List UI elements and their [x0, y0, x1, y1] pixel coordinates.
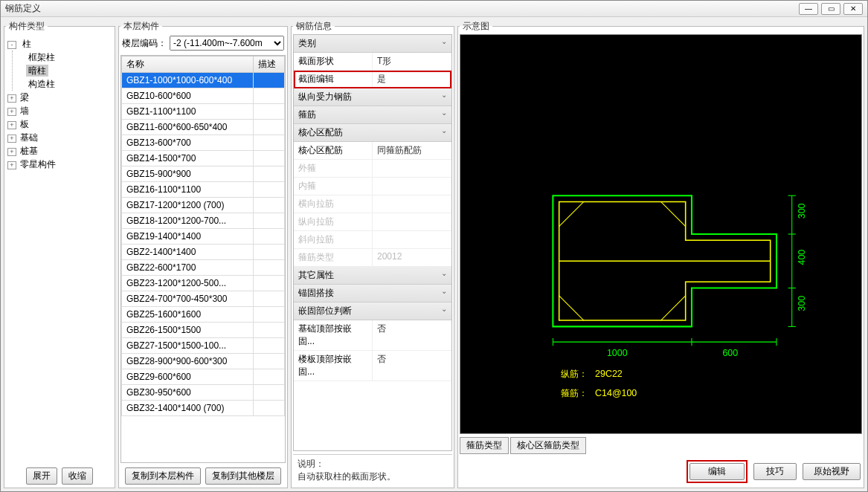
table-row[interactable]: GBZ28-900*900-600*300: [122, 354, 285, 369]
tree-node-hidden-column[interactable]: 暗柱: [26, 65, 48, 77]
floor-code-select[interactable]: -2 (-11.400m~-7.600m: [170, 36, 284, 51]
prop-base-top[interactable]: 基础顶部按嵌固...否: [294, 320, 451, 351]
prop-slab-top[interactable]: 楼板顶部按嵌固...否: [294, 351, 451, 381]
tree-toggle-icon[interactable]: +: [7, 161, 16, 169]
table-row[interactable]: GBZ22-600*1700: [122, 260, 285, 276]
prop-group-stirrup[interactable]: 箍筋⌄: [294, 106, 451, 124]
table-row[interactable]: GBZ27-1500*1500-100...: [122, 338, 285, 354]
prop-group-core[interactable]: 核心区配筋⌄: [294, 124, 451, 142]
table-row[interactable]: GBZ13-600*700: [122, 135, 285, 151]
tree-toggle-icon[interactable]: +: [7, 121, 16, 129]
chevron-down-icon: ⌄: [441, 305, 447, 317]
svg-text:300: 300: [797, 203, 807, 219]
tree-toggle-icon[interactable]: +: [7, 94, 16, 103]
edit-button[interactable]: 编辑: [689, 463, 745, 480]
col-desc[interactable]: 描述: [253, 56, 284, 73]
table-row[interactable]: GBZ32-1400*1400 (700): [122, 401, 285, 416]
prop-group-other[interactable]: 其它属性⌄: [294, 267, 451, 285]
prop-inner-stirrup: 内箍: [294, 178, 451, 195]
title-bar: 钢筋定义 — ▭ ✕: [1, 1, 867, 17]
component-tree: - 柱 框架柱 暗柱 构造柱 +梁 +墙 +板 +基础 +桩基 +零星构件: [6, 34, 113, 463]
diagram-legend: 示意图: [460, 20, 492, 33]
table-row[interactable]: GBZ25-1600*1600: [122, 307, 285, 323]
svg-text:400: 400: [797, 250, 807, 265]
table-row[interactable]: GBZ24-700*700-450*300: [122, 291, 285, 307]
table-row[interactable]: GBZ15-900*900: [122, 166, 285, 182]
edit-highlight: 编辑: [687, 460, 748, 483]
tree-node-pile[interactable]: 桩基: [18, 145, 40, 157]
window-title: 钢筋定义: [5, 2, 41, 15]
rebar-info-panel: 钢筋信息 类别⌄ 截面形状T形 截面编辑是 纵向受力钢筋⌄ 箍筋⌄ 核心区配筋⌄…: [291, 20, 454, 488]
tree-node-misc[interactable]: 零星构件: [18, 158, 58, 170]
prop-core-reinforce[interactable]: 核心区配筋同箍筋配筋: [294, 142, 451, 160]
table-row[interactable]: GBZ1-1000*1000-600*400: [122, 73, 285, 88]
prop-group-embed[interactable]: 嵌固部位判断⌄: [294, 302, 451, 320]
table-row[interactable]: GBZ23-1200*1200-500...: [122, 276, 285, 291]
component-type-panel: 构件类型 - 柱 框架柱 暗柱 构造柱 +梁 +墙 +板 +: [4, 20, 115, 488]
tab-core-stirrup-type[interactable]: 核心区箍筋类型: [510, 437, 586, 454]
diagram-tabs: 箍筋类型 核心区箍筋类型: [460, 437, 862, 454]
diagram-panel: 示意图: [457, 20, 864, 488]
prop-group-category[interactable]: 类别⌄: [294, 35, 451, 53]
svg-text:纵筋：29C22: 纵筋：29C22: [561, 369, 623, 379]
section-diagram[interactable]: 300 400 300 1000 600 纵筋：29C22 箍筋：C14@100: [460, 34, 862, 434]
tree-toggle-icon[interactable]: +: [7, 108, 16, 116]
floor-code-label: 楼层编码：: [122, 37, 167, 50]
svg-text:300: 300: [797, 296, 807, 311]
tab-stirrup-type[interactable]: 箍筋类型: [460, 437, 509, 454]
prop-section-shape[interactable]: 截面形状T形: [294, 53, 451, 71]
component-table: 名称 描述 GBZ1-1000*1000-600*400GBZ10-600*60…: [121, 56, 285, 416]
tree-node-column[interactable]: 柱: [20, 38, 33, 50]
svg-line-4: [661, 296, 686, 320]
table-row[interactable]: GBZ18-1200*1200-700...: [122, 213, 285, 229]
tree-node-foundation[interactable]: 基础: [18, 132, 40, 143]
prop-diag-tie: 斜向拉筋: [294, 231, 451, 249]
copy-to-other-button[interactable]: 复制到其他楼层: [205, 467, 281, 485]
close-button[interactable]: ✕: [843, 3, 863, 15]
collapse-button[interactable]: 收缩: [62, 467, 93, 485]
table-row[interactable]: GBZ10-600*600: [122, 88, 285, 104]
col-name[interactable]: 名称: [122, 56, 254, 73]
svg-text:箍筋：C14@100: 箍筋：C14@100: [561, 388, 637, 398]
original-view-button[interactable]: 原始视野: [803, 463, 861, 480]
minimize-button[interactable]: —: [799, 3, 818, 15]
prop-group-anchor[interactable]: 锚固搭接⌄: [294, 285, 451, 302]
table-row[interactable]: GBZ1-1100*1100: [122, 104, 285, 120]
tree-node-constructional-column[interactable]: 构造柱: [26, 78, 57, 90]
table-row[interactable]: GBZ14-1500*700: [122, 151, 285, 166]
table-row[interactable]: GBZ30-950*600: [122, 385, 285, 401]
prop-section-edit[interactable]: 截面编辑是: [294, 71, 451, 88]
prop-outer-stirrup: 外箍: [294, 160, 451, 178]
tips-button[interactable]: 技巧: [753, 463, 797, 480]
table-row[interactable]: GBZ2-1400*1400: [122, 245, 285, 260]
svg-text:1000: 1000: [607, 348, 628, 358]
description-panel: 说明： 自动获取柱的截面形状。: [293, 454, 452, 486]
tree-node-wall[interactable]: 墙: [18, 105, 31, 117]
table-row[interactable]: GBZ11-600*600-650*400: [122, 120, 285, 135]
chevron-down-icon: ⌄: [441, 109, 447, 121]
table-row[interactable]: GBZ26-1500*1500: [122, 323, 285, 338]
component-type-legend: 构件类型: [6, 20, 48, 33]
layer-component-panel: 本层构件 楼层编码： -2 (-11.400m~-7.600m 名称 描述 GB…: [118, 20, 288, 488]
expand-button[interactable]: 展开: [26, 467, 57, 485]
tree-node-slab[interactable]: 板: [18, 118, 31, 130]
prop-group-longitudinal[interactable]: 纵向受力钢筋⌄: [294, 88, 451, 106]
tree-toggle-icon[interactable]: +: [7, 135, 16, 143]
svg-line-2: [661, 201, 686, 226]
maximize-button[interactable]: ▭: [821, 3, 840, 15]
table-row[interactable]: GBZ19-1400*1400: [122, 229, 285, 245]
chevron-down-icon: ⌄: [441, 37, 447, 50]
chevron-down-icon: ⌄: [441, 287, 447, 300]
prop-vert-tie: 纵向拉筋: [294, 213, 451, 231]
table-row[interactable]: GBZ17-1200*1200 (700): [122, 198, 285, 213]
tree-toggle-icon[interactable]: +: [7, 148, 16, 156]
copy-to-layer-button[interactable]: 复制到本层构件: [125, 467, 201, 485]
tree-node-frame-column[interactable]: 框架柱: [26, 51, 57, 63]
chevron-down-icon: ⌄: [441, 126, 447, 139]
table-row[interactable]: GBZ16-1100*1100: [122, 182, 285, 198]
prop-horiz-tie: 横向拉筋: [294, 195, 451, 213]
table-row[interactable]: GBZ29-600*600: [122, 369, 285, 385]
tree-toggle-icon[interactable]: -: [7, 41, 16, 49]
tree-node-beam[interactable]: 梁: [18, 91, 31, 103]
description-text: 自动获取柱的截面形状。: [298, 470, 448, 483]
